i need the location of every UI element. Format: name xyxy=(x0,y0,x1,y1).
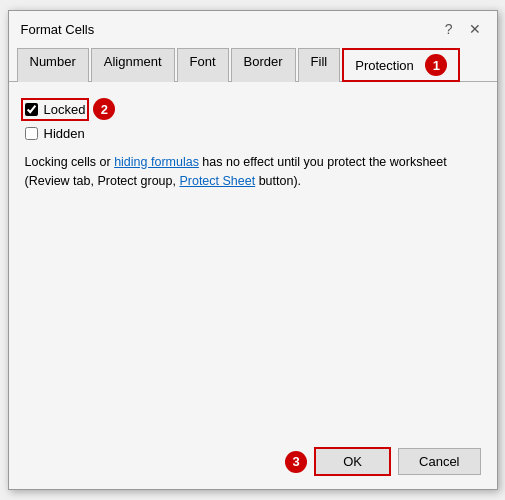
locked-label[interactable]: Locked xyxy=(44,102,86,117)
help-button[interactable]: ? xyxy=(441,19,457,39)
tab-protection[interactable]: Protection 1 xyxy=(342,48,460,82)
cancel-button[interactable]: Cancel xyxy=(398,448,480,475)
close-button[interactable]: ✕ xyxy=(465,19,485,39)
locked-checkbox-wrapper: Locked xyxy=(25,102,86,117)
locked-checkbox[interactable] xyxy=(25,103,38,116)
locked-row: Locked 2 xyxy=(25,98,481,120)
title-bar: Format Cells ? ✕ xyxy=(9,11,497,39)
content-area: Locked 2 Hidden Locking cells or hiding … xyxy=(9,82,497,440)
tabs-container: Number Alignment Font Border Fill Protec… xyxy=(9,39,497,82)
tab-font[interactable]: Font xyxy=(177,48,229,82)
badge-3: 3 xyxy=(285,451,307,473)
badge-2: 2 xyxy=(93,98,115,120)
format-cells-dialog: Format Cells ? ✕ Number Alignment Font B… xyxy=(8,10,498,490)
tab-number[interactable]: Number xyxy=(17,48,89,82)
hidden-checkbox-wrapper: Hidden xyxy=(25,126,85,141)
hidden-checkbox[interactable] xyxy=(25,127,38,140)
dialog-title: Format Cells xyxy=(21,22,95,37)
tab-border[interactable]: Border xyxy=(231,48,296,82)
hidden-label[interactable]: Hidden xyxy=(44,126,85,141)
button-bar: 3 OK Cancel xyxy=(9,440,497,489)
info-prefix: Locking cells or xyxy=(25,155,115,169)
hiding-formulas-link[interactable]: hiding formulas xyxy=(114,155,199,169)
badge-1: 1 xyxy=(425,54,447,76)
info-suffix: button). xyxy=(255,174,301,188)
protect-sheet-link[interactable]: Protect Sheet xyxy=(179,174,255,188)
hidden-row: Hidden xyxy=(25,126,481,141)
title-actions: ? ✕ xyxy=(441,19,485,39)
info-text: Locking cells or hiding formulas has no … xyxy=(25,153,481,191)
tab-fill[interactable]: Fill xyxy=(298,48,341,82)
ok-button[interactable]: OK xyxy=(315,448,390,475)
tab-alignment[interactable]: Alignment xyxy=(91,48,175,82)
